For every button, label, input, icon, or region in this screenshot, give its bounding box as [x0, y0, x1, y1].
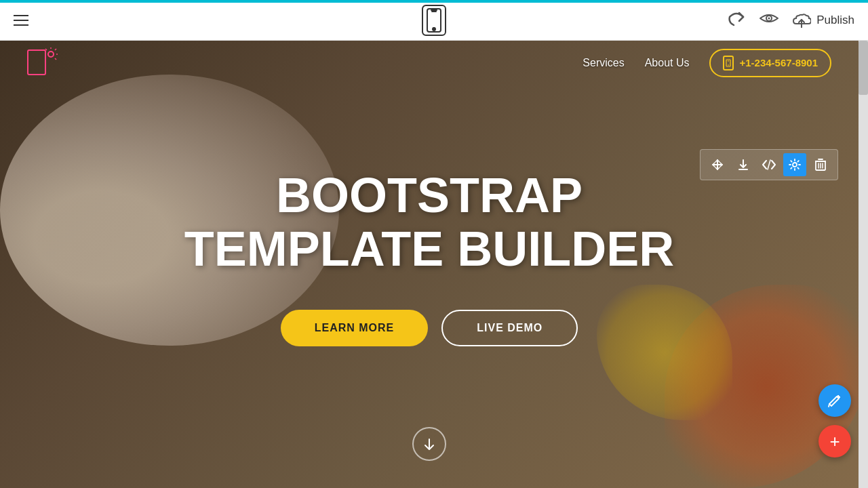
live-demo-button[interactable]: LIVE DEMO	[441, 310, 578, 346]
mobile-preview-button[interactable]	[422, 5, 446, 36]
svg-point-14	[728, 64, 730, 66]
site-navbar: Services About Us +1-234-567-8901	[0, 41, 859, 85]
nav-link-about-us[interactable]: About Us	[645, 57, 690, 69]
nav-phone-number: +1-234-567-8901	[739, 57, 818, 68]
pencil-icon	[827, 393, 842, 408]
arrow-down-icon	[422, 437, 436, 451]
section-settings-button[interactable]	[783, 153, 806, 176]
svg-rect-0	[427, 9, 441, 32]
undo-icon	[727, 10, 746, 26]
download-icon	[737, 159, 749, 171]
hamburger-line-3	[14, 24, 28, 26]
teal-top-border	[0, 0, 868, 3]
settings-gear-icon	[789, 159, 801, 171]
logo-icon	[27, 47, 58, 78]
logo-sun-icon	[41, 47, 58, 64]
site-logo	[27, 47, 58, 78]
add-icon: +	[829, 432, 840, 450]
svg-point-20	[793, 163, 797, 167]
main-toolbar: Publish	[0, 0, 868, 41]
svg-line-8	[55, 49, 56, 50]
section-move-button[interactable]	[706, 153, 729, 176]
hero-content: BOOTSTRAP TEMPLATE BUILDER LEARN MORE LI…	[0, 41, 859, 488]
svg-point-4	[768, 18, 770, 20]
publish-label: Publish	[816, 14, 854, 27]
svg-line-11	[45, 49, 47, 50]
site-frame: Services About Us +1-234-567-8901	[0, 41, 859, 488]
edit-fab-button[interactable]	[818, 384, 851, 417]
hamburger-line-1	[14, 15, 28, 16]
undo-button[interactable]	[727, 10, 746, 30]
move-icon	[711, 159, 724, 171]
code-icon	[762, 159, 776, 170]
publish-button[interactable]: Publish	[792, 13, 854, 28]
eye-icon	[760, 12, 778, 25]
add-fab-button[interactable]: +	[818, 425, 851, 458]
cloud-upload-icon	[792, 13, 811, 28]
learn-more-button[interactable]: LEARN MORE	[281, 310, 429, 346]
main-preview-area: Services About Us +1-234-567-8901	[0, 41, 868, 488]
hero-title-line2: TEMPLATE BUILDER	[184, 222, 675, 276]
hero-buttons: LEARN MORE LIVE DEMO	[281, 310, 578, 346]
svg-point-6	[48, 52, 54, 57]
hamburger-menu-button[interactable]	[14, 15, 28, 26]
nav-link-services[interactable]: Services	[583, 57, 624, 69]
trash-icon	[815, 159, 826, 171]
section-delete-button[interactable]	[809, 153, 832, 176]
svg-line-19	[768, 160, 770, 169]
hero-title-line1: BOOTSTRAP	[276, 168, 583, 222]
preview-button[interactable]	[760, 12, 778, 28]
nav-phone[interactable]: +1-234-567-8901	[709, 49, 831, 77]
section-download-button[interactable]	[732, 153, 755, 176]
section-toolbar	[700, 149, 838, 180]
phone-small-icon	[723, 56, 734, 70]
svg-line-10	[55, 58, 56, 60]
site-nav-links: Services About Us +1-234-567-8901	[583, 49, 831, 77]
scroll-down-button[interactable]	[412, 427, 446, 461]
hamburger-line-2	[14, 20, 28, 21]
scrollbar[interactable]	[859, 41, 868, 488]
svg-point-2	[433, 27, 435, 30]
section-code-button[interactable]	[757, 153, 781, 176]
svg-line-27	[829, 404, 829, 407]
scrollbar-thumb[interactable]	[859, 41, 868, 95]
hero-title: BOOTSTRAP TEMPLATE BUILDER	[184, 169, 675, 276]
phone-handset-icon	[726, 59, 731, 67]
mobile-icon	[427, 8, 441, 33]
